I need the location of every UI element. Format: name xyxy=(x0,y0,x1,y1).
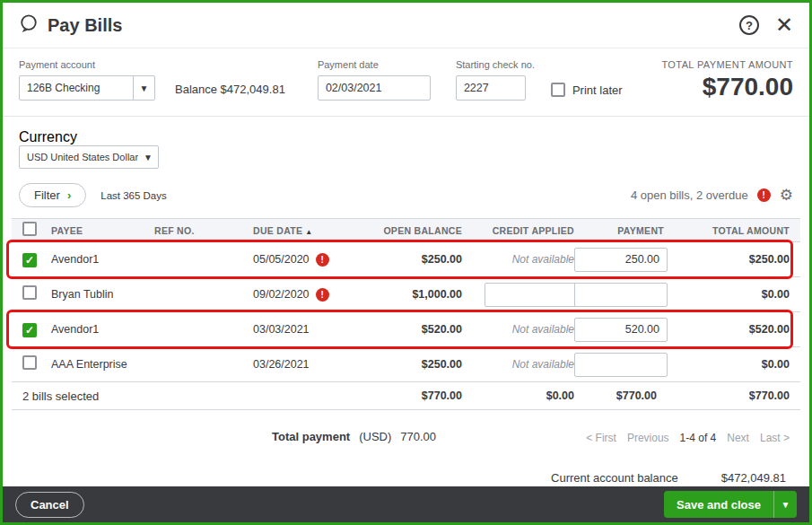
total-payment-value: $770.00 xyxy=(661,73,793,101)
total-payment-number: 770.00 xyxy=(400,430,436,443)
row-checkbox[interactable] xyxy=(22,355,37,370)
credit-applied-cell: Not available xyxy=(473,253,585,266)
footer-bar: Cancel Save and close ▼ xyxy=(3,486,809,522)
due-date-cell: 05/05/2020 ! xyxy=(253,253,374,267)
filter-row: Filter › Last 365 Days 4 open bills, 2 o… xyxy=(3,178,809,218)
payment-account-value: 126B Checking xyxy=(20,82,133,94)
page-title: Pay Bills xyxy=(48,15,122,36)
payment-input[interactable] xyxy=(574,318,668,342)
column-header-open-balance[interactable]: OPEN BALANCE xyxy=(374,225,473,236)
column-header-credit-applied[interactable]: CREDIT APPLIED xyxy=(473,225,585,236)
payment-date-label: Payment date xyxy=(318,59,431,70)
total-payment-line: Total payment (USD) 770.00 xyxy=(272,430,436,443)
table-row: Bryan Tublin 09/02/2020 ! $1,000.00 $0.0… xyxy=(12,277,800,312)
quickbooks-logo-icon xyxy=(19,13,39,37)
column-header-payee[interactable]: PAYEE xyxy=(51,225,154,236)
bills-selected-count: 2 bills selected xyxy=(12,389,374,403)
column-header-ref[interactable]: REF NO. xyxy=(154,225,253,236)
save-and-close-button-group: Save and close ▼ xyxy=(664,491,797,518)
summary-payment: $770.00 xyxy=(585,389,675,402)
overdue-alert-icon: ! xyxy=(316,288,329,302)
total-payment-amount: TOTAL PAYMENT AMOUNT $770.00 xyxy=(661,59,793,101)
pagination-first[interactable]: < First xyxy=(586,432,616,444)
save-and-close-button[interactable]: Save and close xyxy=(664,491,773,518)
filter-button[interactable]: Filter › xyxy=(19,183,86,207)
pagination: < First Previous 1-4 of 4 Next Last > xyxy=(586,432,790,444)
starting-check-field: Starting check no. xyxy=(456,59,535,101)
payment-input[interactable] xyxy=(574,248,668,272)
current-account-balance-label: Current account balance xyxy=(551,471,678,485)
credit-applied-cell: Not available xyxy=(473,358,585,371)
bills-table: PAYEE REF NO. DUE DATE▲ OPEN BALANCE CRE… xyxy=(12,218,800,410)
credit-applied-input[interactable] xyxy=(485,283,578,307)
select-all-checkbox[interactable] xyxy=(22,222,37,236)
totals-row: Total payment (USD) 770.00 < First Previ… xyxy=(3,430,809,450)
column-header-due-date[interactable]: DUE DATE▲ xyxy=(253,225,374,236)
row-checkbox[interactable] xyxy=(22,253,37,267)
table-row: AAA Enterprise 03/26/2021 ! $250.00 Not … xyxy=(12,347,800,382)
column-header-payment[interactable]: PAYMENT xyxy=(585,225,675,236)
print-later-option: Print later xyxy=(551,83,623,97)
credit-applied-cell: Not available xyxy=(473,323,585,336)
total-amount-cell: $0.00 xyxy=(675,288,800,301)
payment-account-label: Payment account xyxy=(19,59,155,70)
due-date-cell: 09/02/2020 ! xyxy=(253,288,374,302)
current-account-balance-value: $472,049.81 xyxy=(721,471,786,485)
starting-check-input[interactable] xyxy=(456,75,526,101)
help-icon[interactable]: ? xyxy=(739,15,759,35)
currency-value: USD United States Dollar xyxy=(20,152,138,162)
table-header-row: PAYEE REF NO. DUE DATE▲ OPEN BALANCE CRE… xyxy=(12,218,800,242)
pagination-next[interactable]: Next xyxy=(727,432,749,444)
summary-credit-applied: $0.00 xyxy=(473,389,585,402)
payee-cell: Avendor1 xyxy=(51,253,154,266)
pagination-previous[interactable]: Previous xyxy=(627,432,669,444)
payee-cell: Bryan Tublin xyxy=(51,288,154,301)
sort-ascending-icon: ▲ xyxy=(305,228,312,236)
starting-check-label: Starting check no. xyxy=(456,59,535,70)
close-icon[interactable]: ✕ xyxy=(775,14,793,36)
save-options-chevron-down-icon[interactable]: ▼ xyxy=(773,491,797,518)
payment-account-select[interactable]: 126B Checking ▼ xyxy=(19,75,155,101)
column-header-total-amount[interactable]: TOTAL AMOUNT xyxy=(675,225,800,236)
gear-icon[interactable]: ⚙ xyxy=(780,188,793,203)
payment-account-field: Payment account 126B Checking ▼ xyxy=(19,59,155,101)
chevron-down-icon[interactable]: ▼ xyxy=(133,76,154,100)
total-amount-cell: $0.00 xyxy=(675,358,800,371)
current-account-balance: Current account balance $472,049.81 xyxy=(551,471,786,485)
open-balance-cell: $520.00 xyxy=(374,323,473,336)
open-balance-cell: $1,000.00 xyxy=(374,288,473,301)
pay-bills-dialog: Pay Bills ? ✕ Payment account 126B Check… xyxy=(0,0,812,525)
row-checkbox[interactable] xyxy=(22,323,37,337)
table-summary-row: 2 bills selected $770.00 $0.00 $770.00 $… xyxy=(12,382,800,410)
payee-cell: AAA Enterprise xyxy=(51,358,154,371)
total-amount-cell: $250.00 xyxy=(675,253,800,266)
overdue-alert-icon: ! xyxy=(316,253,329,267)
table-row: Avendor1 03/03/2021 ! $520.00 Not availa… xyxy=(12,312,800,347)
open-bills-status: 4 open bills, 2 overdue xyxy=(631,188,748,202)
row-checkbox[interactable] xyxy=(22,285,37,300)
payment-date-input[interactable] xyxy=(318,75,431,101)
pagination-last[interactable]: Last > xyxy=(760,432,790,444)
currency-section: Currency USD United States Dollar ▼ xyxy=(3,117,809,178)
payment-input[interactable] xyxy=(574,283,668,307)
overdue-alert-icon: ! xyxy=(757,188,771,202)
open-balance-cell: $250.00 xyxy=(374,358,473,371)
account-balance-text: Balance $472,049.81 xyxy=(175,83,285,96)
table-row: Avendor1 05/05/2020 ! $250.00 Not availa… xyxy=(12,242,800,277)
currency-label: Currency xyxy=(19,129,77,144)
filter-range-label: Last 365 Days xyxy=(100,190,167,201)
cancel-button[interactable]: Cancel xyxy=(15,492,84,518)
payee-cell: Avendor1 xyxy=(51,323,154,336)
open-balance-cell: $250.00 xyxy=(374,253,473,266)
currency-select[interactable]: USD United States Dollar ▼ xyxy=(19,145,159,169)
chevron-down-icon: ▼ xyxy=(138,146,158,168)
due-date-cell: 03/03/2021 ! xyxy=(253,323,374,336)
dialog-header: Pay Bills ? ✕ xyxy=(3,3,809,48)
print-later-checkbox[interactable] xyxy=(551,83,565,97)
total-payment-currency: (USD) xyxy=(359,430,391,443)
summary-open-balance: $770.00 xyxy=(374,389,473,402)
payment-input[interactable] xyxy=(574,353,668,377)
pagination-range: 1-4 of 4 xyxy=(680,432,717,444)
print-later-label: Print later xyxy=(572,83,623,97)
summary-total-amount: $770.00 xyxy=(675,389,800,402)
